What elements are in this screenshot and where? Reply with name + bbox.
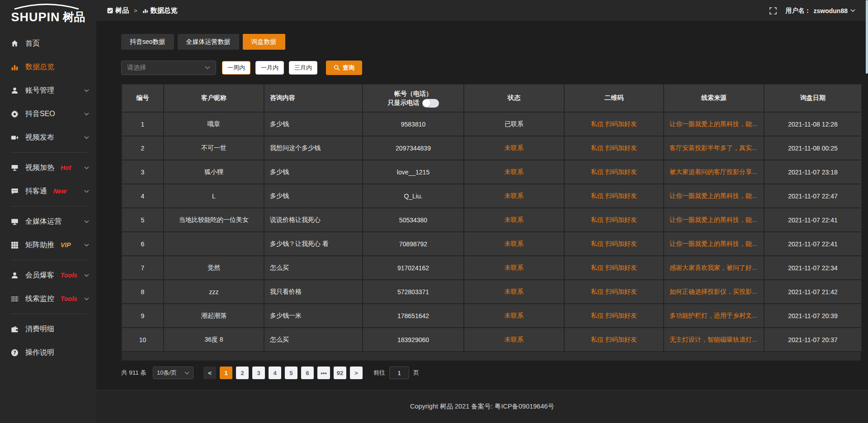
cell-qr-links[interactable]: 私信 扫码加好友 — [564, 232, 664, 256]
cell-content: 我只看价格 — [264, 280, 363, 304]
cell-content: 多少钱 — [264, 160, 363, 184]
table-row: 6 多少钱？让我死心 看 70898792 未联系 私信 扫码加好友 让你一眼就… — [122, 232, 862, 256]
page-number-button[interactable]: 5 — [285, 367, 297, 379]
cell-source-link[interactable]: 客厅安装投影半年多了，真实... — [664, 136, 764, 160]
page-size-select[interactable]: 10条/页 — [153, 367, 193, 379]
tab-douyin-seo-data[interactable]: 抖音seo数据 — [121, 34, 174, 50]
app: SHUPIN 树品 首页 数据总览 账号管理 抖音SEO — [0, 0, 868, 423]
cell-content: 多少钱？让我死心 看 — [264, 232, 363, 256]
sidebar-item-member-boom[interactable]: 会员爆客 Tools — [0, 263, 96, 287]
cell-qr-links[interactable]: 私信 扫码加好友 — [564, 256, 664, 280]
sidebar-item-spend-details[interactable]: 消费明细 — [0, 317, 96, 341]
page-number-button[interactable]: ••• — [317, 367, 330, 379]
user-menu[interactable]: 用户名： zswodun88 — [786, 7, 855, 15]
cell-qr-links[interactable]: 私信 扫码加好友 — [564, 160, 664, 184]
chevron-down-icon — [84, 166, 89, 169]
cell-status: 未联系 — [464, 328, 564, 352]
sidebar-item-douyin-seo[interactable]: 抖音SEO — [0, 102, 96, 126]
video-icon — [11, 134, 19, 141]
cell-qr-links[interactable]: 私信 扫码加好友 — [564, 112, 664, 136]
cell-source-link[interactable]: 让你一眼就爱上的黑科技，能... — [664, 208, 764, 232]
cell-source-link[interactable]: 被大家追着问的客厅投影分享... — [664, 160, 764, 184]
tools-badge: Tools — [61, 295, 77, 302]
cell-date: 2021-11-07 22:47 — [764, 184, 862, 208]
cell-source-link[interactable]: 如何正确选择投影仪，买投影... — [664, 280, 764, 304]
tab-inquiry-data[interactable]: 询盘数据 — [243, 34, 285, 50]
page-number-button[interactable]: 2 — [236, 367, 249, 379]
scrollbar-thumb[interactable] — [866, 0, 868, 74]
cell-account: 50534380 — [363, 208, 464, 232]
heat-icon — [11, 164, 19, 172]
cell-account: 183929060 — [363, 328, 464, 352]
sidebar-item-doketong[interactable]: 抖客通 New — [0, 179, 96, 203]
monitor-icon — [11, 218, 19, 226]
page-number-button[interactable]: 92 — [334, 367, 346, 379]
cell-no: 2 — [122, 136, 164, 160]
cell-source-link[interactable]: 让你一眼就爱上的黑科技，能... — [664, 112, 764, 136]
goto-page-input[interactable] — [389, 367, 409, 379]
logo-text-cn: 树品 — [63, 9, 85, 24]
cell-status: 未联系 — [464, 232, 564, 256]
cell-status: 未联系 — [464, 208, 564, 232]
cell-account: 178651642 — [363, 304, 464, 328]
table-bottom-strip — [121, 352, 861, 361]
chevron-down-icon — [84, 190, 89, 193]
cell-date: 2021-11-07 20:39 — [764, 304, 862, 328]
chat-icon — [11, 188, 19, 195]
page-number-button[interactable]: 4 — [269, 367, 281, 379]
cell-no: 6 — [122, 232, 164, 256]
page-buttons: 1 2 3 4 5 6 ••• 92 — [220, 367, 350, 379]
period-month-button[interactable]: 一月内 — [255, 61, 284, 75]
username-label: 用户名： — [786, 7, 811, 15]
data-tabs: 抖音seo数据 全媒体运营数据 询盘数据 — [121, 34, 861, 50]
sidebar-item-matrix-boost[interactable]: 矩阵助推 VIP — [0, 233, 96, 257]
cell-source-link[interactable]: 感谢大家喜欢我家，被问了好... — [664, 256, 764, 280]
cell-source-link[interactable]: 让你一眼就爱上的黑科技，能... — [664, 184, 764, 208]
filter-bar: 请选择 一周内 一月内 三月内 查询 — [121, 61, 861, 75]
cell-no: 4 — [122, 184, 164, 208]
page-number-button[interactable]: 6 — [301, 367, 314, 379]
query-button[interactable]: 查询 — [326, 61, 362, 75]
goto-suffix: 页 — [413, 369, 419, 377]
cell-qr-links[interactable]: 私信 扫码加好友 — [564, 304, 664, 328]
cell-qr-links[interactable]: 私信 扫码加好友 — [564, 280, 664, 304]
cell-qr-links[interactable]: 私信 扫码加好友 — [564, 184, 664, 208]
cell-qr-links[interactable]: 私信 扫码加好友 — [564, 328, 664, 352]
cell-status: 未联系 — [464, 256, 564, 280]
chevron-down-icon — [184, 371, 189, 375]
cell-date: 2021-11-07 21:42 — [764, 280, 862, 304]
sidebar-item-lead-monitor[interactable]: 线索监控 Tools — [0, 287, 96, 310]
sidebar-item-account-mgmt[interactable]: 账号管理 — [0, 79, 96, 102]
cell-qr-links[interactable]: 私信 扫码加好友 — [564, 136, 664, 160]
fullscreen-icon[interactable] — [769, 7, 777, 14]
phone-only-toggle[interactable] — [422, 99, 439, 108]
chevron-down-icon — [84, 244, 89, 247]
sidebar-divider — [11, 206, 87, 207]
cell-source-link[interactable]: 无主灯设计，智能磁吸轨道灯... — [664, 328, 764, 352]
cell-no: 9 — [122, 304, 164, 328]
sidebar-item-instructions[interactable]: ? 操作说明 — [0, 341, 96, 364]
cell-nickname: 不可一世 — [164, 136, 264, 160]
cell-nickname: 觉然 — [164, 256, 264, 280]
cell-date: 2021-11-07 20:37 — [764, 328, 862, 352]
cell-no: 1 — [122, 112, 164, 136]
sidebar-item-home[interactable]: 首页 — [0, 32, 96, 55]
sidebar-item-omni-media[interactable]: 全媒体运营 — [0, 210, 96, 233]
col-status: 状态 — [464, 84, 564, 112]
sidebar-item-data-overview[interactable]: 数据总览 — [0, 55, 96, 79]
period-quarter-button[interactable]: 三月内 — [289, 61, 317, 75]
cell-source-link[interactable]: 让你一眼就爱上的黑科技，能... — [664, 232, 764, 256]
cell-source-link[interactable]: 多功能护栏灯，适用于乡村文... — [664, 304, 764, 328]
account-select[interactable]: 请选择 — [121, 61, 216, 75]
sidebar-item-video-publish[interactable]: 视频发布 — [0, 126, 96, 149]
sidebar-item-video-heat[interactable]: 视频加热 Hot — [0, 156, 96, 179]
prev-page-button[interactable]: < — [203, 367, 216, 379]
breadcrumb-root[interactable]: 树品 — [107, 6, 129, 15]
chart-icon — [11, 63, 19, 71]
next-page-button[interactable]: > — [350, 367, 363, 379]
period-week-button[interactable]: 一周内 — [222, 61, 250, 75]
cell-qr-links[interactable]: 私信 扫码加好友 — [564, 208, 664, 232]
tab-omni-media-data[interactable]: 全媒体运营数据 — [178, 34, 239, 50]
page-number-button[interactable]: 1 — [220, 367, 232, 379]
page-number-button[interactable]: 3 — [252, 367, 265, 379]
